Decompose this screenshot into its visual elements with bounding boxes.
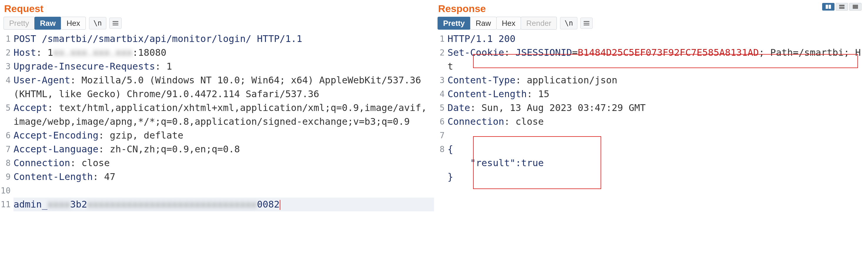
request-editor[interactable]: 1POST /smartbi//smartbix/api/monitor/log… bbox=[0, 31, 434, 273]
tab-hex[interactable]: Hex bbox=[61, 17, 86, 30]
response-tab-row: Pretty Raw Hex Render \n bbox=[434, 17, 868, 31]
request-title: Request bbox=[4, 3, 43, 14]
editor-line: 7 bbox=[434, 129, 868, 142]
layout-rows-icon[interactable] bbox=[836, 3, 848, 10]
response-header: Response bbox=[434, 0, 868, 17]
tab-raw[interactable]: Raw bbox=[470, 17, 497, 30]
tab-render[interactable]: Render bbox=[521, 17, 557, 30]
tab-pretty[interactable]: Pretty bbox=[3, 17, 35, 30]
tab-newline[interactable]: \n bbox=[89, 17, 106, 29]
editor-line: 9Content-Length: 47 bbox=[0, 170, 434, 184]
svg-rect-3 bbox=[839, 7, 844, 9]
editor-line: 4Content-Length: 15 bbox=[434, 87, 868, 101]
response-panel: Response Pretty Raw Hex Render \n bbox=[434, 0, 868, 273]
layout-columns-icon[interactable] bbox=[822, 3, 835, 10]
editor-line: 5Date: Sun, 13 Aug 2023 03:47:29 GMT bbox=[434, 101, 868, 115]
editor-line: 8Connection: close bbox=[0, 156, 434, 170]
hamburger-icon[interactable] bbox=[580, 18, 593, 29]
response-title: Response bbox=[438, 3, 486, 14]
tab-newline[interactable]: \n bbox=[560, 17, 578, 29]
split-container: Request Pretty Raw Hex \n 1POST /smartbi… bbox=[0, 0, 868, 273]
request-tab-row: Pretty Raw Hex \n bbox=[0, 17, 434, 31]
editor-line: "result":true bbox=[434, 156, 868, 170]
response-editor[interactable]: 1HTTP/1.1 2002Set-Cookie: JSESSIONID=B14… bbox=[434, 31, 868, 273]
editor-line: 1HTTP/1.1 200 bbox=[434, 32, 868, 46]
editor-line: 11admin_xxxx3b2xxxxxxxxxxxxxxxxxxxxxxxxx… bbox=[0, 198, 434, 211]
request-header: Request bbox=[0, 0, 434, 17]
layout-button-group bbox=[822, 3, 864, 10]
tab-pretty[interactable]: Pretty bbox=[437, 17, 470, 30]
request-panel: Request Pretty Raw Hex \n 1POST /smartbi… bbox=[0, 0, 434, 273]
editor-line: } bbox=[434, 170, 868, 184]
editor-line: 7Accept-Language: zh-CN,zh;q=0.9,en;q=0.… bbox=[0, 142, 434, 156]
editor-line: 8{ bbox=[434, 142, 868, 156]
tab-raw[interactable]: Raw bbox=[34, 17, 61, 30]
editor-line: 10 bbox=[0, 184, 434, 198]
editor-line: 2Set-Cookie: JSESSIONID=B1484D25C5EF073F… bbox=[434, 46, 868, 73]
tab-hex[interactable]: Hex bbox=[496, 17, 521, 30]
editor-line: 4User-Agent: Mozilla/5.0 (Windows NT 10.… bbox=[0, 73, 434, 101]
editor-line: 1POST /smartbi//smartbix/api/monitor/log… bbox=[0, 32, 434, 46]
layout-single-icon[interactable] bbox=[849, 3, 862, 10]
hamburger-icon[interactable] bbox=[109, 18, 122, 29]
svg-rect-4 bbox=[853, 5, 858, 9]
svg-rect-2 bbox=[839, 5, 844, 6]
editor-line: 6Accept-Encoding: gzip, deflate bbox=[0, 129, 434, 142]
editor-line: 3Content-Type: application/json bbox=[434, 73, 868, 87]
editor-line: 2Host: 1xx.xxx.xxx.xxx:18080 bbox=[0, 46, 434, 60]
editor-line: 6Connection: close bbox=[434, 115, 868, 129]
editor-line: 3Upgrade-Insecure-Requests: 1 bbox=[0, 60, 434, 73]
editor-line: 5Accept: text/html,application/xhtml+xml… bbox=[0, 101, 434, 129]
svg-rect-1 bbox=[829, 5, 831, 9]
svg-rect-0 bbox=[826, 5, 828, 9]
